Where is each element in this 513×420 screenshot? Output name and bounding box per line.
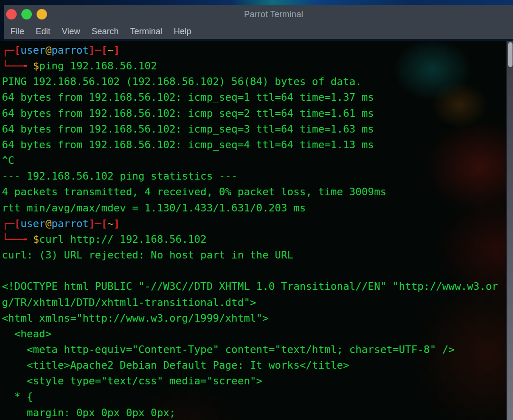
menu-file[interactable]: File: [10, 27, 24, 37]
menu-bar: FileEditViewSearchTerminalHelp: [4, 24, 513, 41]
window-title: Parrot Terminal: [19, 5, 513, 24]
terminal-line: curl: (3) URL rejected: No host part in …: [2, 247, 505, 263]
terminal-line: <style type="text/css" media="screen">: [2, 373, 505, 389]
scrollbar-thumb[interactable]: [508, 42, 513, 67]
terminal-line: ┌─[user@parrot]─[~]: [2, 42, 505, 58]
terminal-line: <title>Apache2 Debian Default Page: It w…: [2, 357, 505, 373]
terminal-output: ┌─[user@parrot]─[~]└──╼ $ping 192.168.56…: [2, 42, 505, 420]
menu-help[interactable]: Help: [174, 27, 191, 37]
terminal-line: 4 packets transmitted, 4 received, 0% pa…: [2, 184, 505, 200]
terminal-line: margin: 0px 0px 0px 0px;: [2, 405, 505, 420]
terminal-line: PING 192.168.56.102 (192.168.56.102) 56(…: [2, 74, 505, 89]
terminal-line: * {: [2, 389, 505, 404]
menu-terminal[interactable]: Terminal: [130, 27, 162, 37]
terminal-line: 64 bytes from 192.168.56.102: icmp_seq=1…: [2, 89, 505, 105]
menu-edit[interactable]: Edit: [36, 27, 50, 37]
terminal-line: <meta http-equiv="Content-Type" content=…: [2, 342, 505, 357]
terminal-line: g/TR/xhtml1/DTD/xhtml1-transitional.dtd"…: [2, 295, 505, 310]
terminal-line: ┌─[user@parrot]─[~]: [2, 216, 505, 231]
terminal-window: Parrot Terminal FileEditViewSearchTermin…: [0, 5, 513, 420]
close-button[interactable]: [6, 9, 17, 19]
terminal-line: 64 bytes from 192.168.56.102: icmp_seq=2…: [2, 105, 505, 121]
terminal-line: 64 bytes from 192.168.56.102: icmp_seq=3…: [2, 121, 505, 137]
menu-search[interactable]: Search: [92, 27, 119, 37]
terminal-line: <head>: [2, 326, 505, 342]
terminal-line: └──╼ $curl http:// 192.168.56.102: [2, 231, 505, 247]
terminal-screen[interactable]: ┌─[user@parrot]─[~]└──╼ $ping 192.168.56…: [0, 41, 513, 420]
terminal-line: --- 192.168.56.102 ping statistics ---: [2, 168, 505, 184]
menu-view[interactable]: View: [62, 27, 80, 37]
scrollbar[interactable]: [506, 41, 513, 420]
terminal-line: └──╼ $ping 192.168.56.102: [2, 58, 505, 74]
terminal-line: <!DOCTYPE html PUBLIC "-//W3C//DTD XHTML…: [2, 278, 505, 294]
terminal-line: <html xmlns="http://www.w3.org/1999/xhtm…: [2, 310, 505, 326]
terminal-line: rtt min/avg/max/mdev = 1.130/1.433/1.631…: [2, 200, 505, 216]
window-titlebar: Parrot Terminal: [4, 5, 513, 24]
terminal-line: 64 bytes from 192.168.56.102: icmp_seq=4…: [2, 137, 505, 153]
desktop-wallpaper: Parrot Terminal FileEditViewSearchTermin…: [0, 0, 513, 420]
terminal-line: [2, 263, 505, 278]
terminal-line: ^C: [2, 153, 505, 168]
